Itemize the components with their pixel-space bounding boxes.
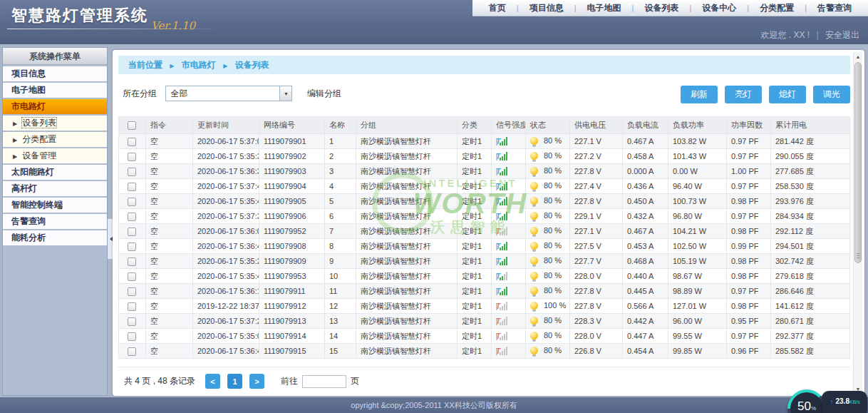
current-cell: 0.436 A [623, 179, 668, 194]
brightness-value: 80 % [544, 271, 562, 280]
group-select[interactable]: 全部 ▼ [165, 86, 292, 101]
page-button-1[interactable]: 1 [227, 374, 242, 389]
logout-link[interactable]: 安全退出 [825, 30, 859, 40]
name-cell: 2 [325, 149, 356, 164]
row-checkbox[interactable] [128, 287, 136, 296]
signal-strength-icon: T [496, 182, 507, 190]
group-filter-label: 所在分组 [123, 86, 157, 101]
scroll-up-icon[interactable]: ▲ [854, 54, 862, 59]
status-cell: 80 % [526, 284, 570, 299]
signal-bar [504, 184, 505, 190]
net-id-cell: 1119079901 [259, 134, 325, 149]
sidebar-item-4[interactable]: ▶设备列表 [3, 116, 107, 131]
next-page-button[interactable]: > [249, 374, 264, 389]
nav-item-7[interactable]: 告警查询 [807, 2, 862, 14]
energy-cell: 284.934 度 [771, 209, 850, 224]
sidebar-item-9[interactable]: 智能控制终端 [3, 198, 107, 213]
row-checkbox[interactable] [128, 228, 136, 236]
row-checkbox[interactable] [128, 153, 136, 161]
sidebar-item-5[interactable]: ▶分类配置 [3, 132, 107, 147]
group-cell: 南沙横沥镇智慧灯杆 [356, 149, 458, 164]
edit-group-link[interactable]: 编辑分组 [307, 86, 341, 101]
row-checkbox[interactable] [128, 317, 136, 326]
select-all-checkbox[interactable] [128, 121, 136, 130]
signal-t-glyph: T [496, 258, 497, 265]
signal-bar [502, 336, 503, 340]
energy-cell: 290.055 度 [771, 149, 850, 164]
signal-bar [500, 322, 501, 325]
time-cell: 2020-06-17 5:36:19 [193, 284, 259, 299]
status-cell: 80 % [526, 209, 570, 224]
row-checkbox[interactable] [128, 183, 136, 191]
row-select-cell [119, 134, 146, 149]
time-cell: 2020-06-17 5:37:21 [193, 314, 259, 329]
sidebar-item-10[interactable]: 告警查询 [3, 214, 107, 229]
row-checkbox[interactable] [128, 243, 136, 251]
row-checkbox[interactable] [128, 168, 136, 176]
power-cell: 127.01 W [668, 299, 727, 314]
row-checkbox[interactable] [128, 332, 136, 341]
sidebar-item-6[interactable]: ▶设备管理 [3, 148, 107, 163]
sidebar-item-7[interactable]: 太阳能路灯 [3, 165, 107, 180]
table-row: 空2020-06-17 5:37:0511190799011南沙横沥镇智慧灯杆定… [119, 134, 850, 149]
vertical-scrollbar[interactable]: ▲ ▼ [853, 52, 862, 394]
copyright-text: opyright &copy;2005-2011 XX科技公司版权所有 [351, 401, 517, 409]
table-row: 空2019-12-22 18:37:28111907991212南沙横沥镇智慧灯… [119, 299, 850, 314]
row-checkbox[interactable] [128, 138, 136, 146]
voltage-cell: 226.8 V [570, 344, 623, 359]
row-checkbox[interactable] [128, 198, 136, 206]
group-cell: 南沙横沥镇智慧灯杆 [356, 314, 458, 329]
sidebar-item-11[interactable]: 能耗分析 [3, 230, 107, 245]
signal-t-glyph: T [496, 333, 497, 340]
sidebar-item-8[interactable]: 高杆灯 [3, 181, 107, 196]
signal-cell: T [492, 209, 526, 224]
breadcrumb-part-1[interactable]: 市电路灯 [182, 60, 216, 70]
sidebar-item-3[interactable]: 市电路灯 [3, 99, 107, 114]
toolbar-button-4[interactable]: 调光 [813, 86, 850, 103]
pf-cell: 0.97 PF [727, 149, 771, 164]
goto-page-input[interactable] [302, 375, 346, 388]
speed-overlay[interactable]: 50 % ↑23.8KB/s [787, 389, 867, 413]
row-checkbox[interactable] [128, 272, 136, 281]
prev-page-button[interactable]: < [205, 374, 220, 389]
nav-item-6[interactable]: 分类配置 [749, 2, 805, 14]
pf-cell: 0.97 PF [727, 329, 771, 344]
nav-item-5[interactable]: 设备中心 [691, 2, 747, 14]
table-row: 空2020-06-17 5:35:48111907995310南沙横沥镇智慧灯杆… [119, 269, 850, 284]
status-cell: 100 % [526, 299, 570, 314]
toolbar-button-1[interactable]: 刷新 [681, 86, 718, 103]
column-header-9: 供电电压 [570, 117, 623, 134]
signal-t-glyph: T [496, 273, 497, 280]
signal-strength-icon: T [496, 197, 507, 205]
column-header-3: 网络编号 [259, 117, 325, 134]
chevron-down-icon[interactable]: ▼ [279, 86, 291, 101]
status-wrap: 80 % [530, 316, 562, 325]
signal-t-glyph: T [496, 243, 497, 250]
nav-item-4[interactable]: 设备列表 [634, 2, 689, 14]
breadcrumb-part-2[interactable]: 设备列表 [235, 60, 269, 70]
signal-bar [500, 248, 501, 250]
brightness-value: 80 % [544, 316, 562, 325]
sidebar-item-1[interactable]: 项目信息 [3, 66, 107, 81]
nav-item-2[interactable]: 项目信息 [519, 2, 574, 14]
column-header-7: 信号强度 [492, 117, 526, 134]
scrollbar-thumb[interactable] [854, 62, 862, 263]
row-checkbox[interactable] [128, 213, 136, 221]
nav-item-3[interactable]: 电子地图 [577, 2, 632, 14]
sidebar-item-label: 设备列表 [22, 118, 56, 128]
column-header-6: 分类 [458, 117, 492, 134]
toolbar-button-2[interactable]: 亮灯 [725, 86, 762, 103]
column-header-1: 指令 [146, 117, 193, 134]
energy-cell: 279.618 度 [771, 269, 850, 284]
net-id-cell: 1119079909 [259, 254, 325, 269]
row-checkbox[interactable] [128, 258, 136, 266]
row-checkbox[interactable] [128, 347, 136, 356]
signal-t-glyph: T [496, 213, 497, 220]
group-cell: 南沙横沥镇智慧灯杆 [356, 164, 458, 179]
signal-bar [500, 203, 501, 205]
toolbar-button-3[interactable]: 熄灯 [769, 86, 806, 103]
sidebar-item-2[interactable]: 电子地图 [3, 83, 107, 98]
row-checkbox[interactable] [128, 302, 136, 311]
name-cell: 5 [325, 194, 356, 209]
nav-item-1[interactable]: 首页 [478, 2, 517, 14]
